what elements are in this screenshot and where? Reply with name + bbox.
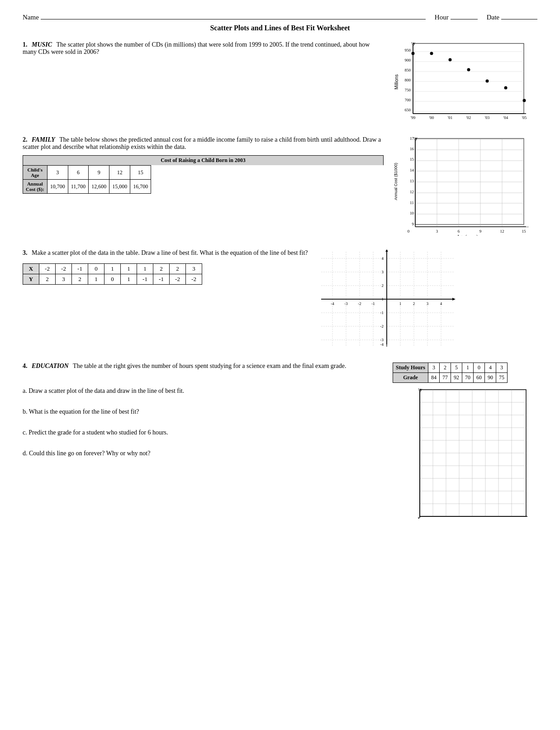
svg-text:'03: '03 bbox=[485, 115, 490, 120]
worksheet-title: Scatter Plots and Lines of Best Fit Work… bbox=[23, 24, 537, 32]
q4-sh-1: 3 bbox=[428, 363, 440, 373]
svg-text:↑y: ↑y bbox=[411, 41, 415, 46]
svg-text:9: 9 bbox=[412, 222, 414, 226]
q2-cost-4: 15,000 bbox=[109, 180, 130, 194]
svg-text:-4: -4 bbox=[380, 342, 384, 347]
q4-g-1: 84 bbox=[428, 373, 440, 383]
q3-y-6: 1 bbox=[121, 274, 137, 285]
q4-table-wrapper: Study Hours 3 2 5 1 0 4 3 Grade 84 77 92… bbox=[393, 363, 537, 383]
svg-point-29 bbox=[486, 80, 489, 83]
svg-point-28 bbox=[467, 68, 470, 72]
q3-x-9: 2 bbox=[170, 264, 186, 274]
q2-data-table: Child'sAge 3 6 9 12 15 AnnualCost ($): 1… bbox=[23, 165, 151, 194]
q4-grade-row: Grade 84 77 92 70 60 90 75 bbox=[393, 373, 508, 383]
svg-text:900: 900 bbox=[405, 58, 411, 62]
svg-text:700: 700 bbox=[405, 98, 411, 102]
svg-text:16: 16 bbox=[410, 147, 414, 151]
svg-text:'01: '01 bbox=[448, 115, 453, 120]
q4-sub-a-text: a. Draw a scatter plot of the data and d… bbox=[23, 387, 184, 394]
svg-text:13: 13 bbox=[410, 179, 414, 183]
date-underline bbox=[501, 19, 537, 19]
q4-sub-b: b. What is the equation for the line of … bbox=[23, 408, 402, 415]
q2-cost-3: 12,600 bbox=[89, 180, 109, 194]
q1-text: The scatter plot shows the number of CDs… bbox=[23, 41, 370, 55]
svg-text:15: 15 bbox=[522, 229, 527, 234]
question-3: 3. Make a scatter plot of the data in th… bbox=[23, 249, 537, 349]
svg-point-27 bbox=[449, 58, 452, 62]
q3-chart-container: -4 -3 -2 -1 1 2 3 4 4 3 2 1 -1 -2 -3 -4 bbox=[317, 249, 461, 349]
q4-main: a. Draw a scatter plot of the data and d… bbox=[23, 387, 537, 523]
q4-sub-c: c. Predict the grade for a student who s… bbox=[23, 429, 402, 436]
svg-text:Millions: Millions bbox=[394, 74, 399, 89]
svg-text:'05: '05 bbox=[522, 115, 527, 120]
q3-x-4: 0 bbox=[88, 264, 104, 274]
svg-text:4: 4 bbox=[382, 256, 384, 261]
q3-y-3: 2 bbox=[72, 274, 88, 285]
svg-text:800: 800 bbox=[405, 78, 411, 82]
svg-text:650: 650 bbox=[405, 108, 411, 112]
q3-x-5: 1 bbox=[104, 264, 121, 274]
q2-cost-row: AnnualCost ($): 10,700 11,700 12,600 15,… bbox=[23, 180, 151, 194]
svg-text:↑y: ↑y bbox=[418, 387, 422, 392]
q3-y-4: 1 bbox=[88, 274, 104, 285]
q2-text: The table below shows the predicted annu… bbox=[23, 136, 381, 150]
svg-text:-1: -1 bbox=[372, 301, 375, 306]
svg-text:-2: -2 bbox=[358, 301, 362, 306]
svg-text:3: 3 bbox=[382, 270, 384, 274]
svg-text:850: 850 bbox=[405, 68, 411, 72]
q3-x-6: 1 bbox=[121, 264, 137, 274]
q3-y-1: 2 bbox=[39, 274, 56, 285]
q4-header-row: Study Hours 3 2 5 1 0 4 3 bbox=[393, 363, 508, 373]
q4-sh-3: 5 bbox=[451, 363, 462, 373]
q3-y-2: 3 bbox=[56, 274, 72, 285]
q4-g-7: 75 bbox=[496, 373, 508, 383]
q2-table-title: Cost of Raising a Child Born in 2003 bbox=[23, 155, 384, 165]
svg-point-31 bbox=[523, 99, 526, 102]
header: Name Hour Date bbox=[23, 14, 537, 21]
q3-y-8: -1 bbox=[153, 274, 170, 285]
q4-chart: ↑y ↙ bbox=[411, 387, 528, 523]
svg-text:-1: -1 bbox=[380, 310, 384, 315]
question-4: 4. EDUCATION The table at the right give… bbox=[23, 363, 537, 523]
q1-chart: Millions 650 700 750 800 850 900 950 '99 bbox=[393, 41, 528, 123]
name-label: Name bbox=[23, 14, 39, 21]
q2-header-row: Child'sAge 3 6 9 12 15 bbox=[23, 166, 151, 180]
svg-text:'04: '04 bbox=[503, 115, 508, 120]
svg-text:15: 15 bbox=[410, 157, 414, 162]
q3-x-row: X -2 -2 -1 0 1 1 1 2 2 3 bbox=[23, 264, 202, 274]
q4-sub-d-text: d. Could this line go on forever? Why or… bbox=[23, 450, 150, 457]
q4-sub-c-text: c. Predict the grade for a student who s… bbox=[23, 429, 168, 436]
svg-text:-3: -3 bbox=[380, 338, 384, 342]
svg-text:'99: '99 bbox=[411, 115, 416, 120]
svg-text:Age (years): Age (years) bbox=[457, 234, 478, 236]
q4-keyword: EDUCATION bbox=[32, 363, 69, 369]
q3-x-3: -1 bbox=[72, 264, 88, 274]
q3-x-10: 3 bbox=[186, 264, 202, 274]
q1-number: 1. bbox=[23, 41, 28, 48]
q3-table-wrapper: X -2 -2 -1 0 1 1 1 2 2 3 Y 2 bbox=[23, 263, 308, 285]
q2-th-age: Child'sAge bbox=[23, 166, 47, 180]
date-label: Date bbox=[487, 14, 499, 21]
q3-x-8: 2 bbox=[153, 264, 170, 274]
svg-text:950: 950 bbox=[405, 48, 411, 52]
q3-left: 3. Make a scatter plot of the data in th… bbox=[23, 249, 317, 285]
svg-rect-33 bbox=[415, 138, 524, 224]
svg-text:14: 14 bbox=[410, 168, 414, 172]
q3-y-5: 0 bbox=[104, 274, 121, 285]
svg-text:2: 2 bbox=[382, 283, 384, 288]
svg-text:3: 3 bbox=[436, 229, 438, 234]
svg-text:-3: -3 bbox=[345, 301, 348, 306]
q2-cost-1: 10,700 bbox=[47, 180, 68, 194]
q4-sh-5: 0 bbox=[474, 363, 485, 373]
svg-text:2: 2 bbox=[413, 301, 415, 306]
q4-data-table: Study Hours 3 2 5 1 0 4 3 Grade 84 77 92… bbox=[393, 363, 508, 383]
svg-text:9: 9 bbox=[479, 229, 482, 234]
q3-x-1: -2 bbox=[39, 264, 56, 274]
q2-td-12: 12 bbox=[109, 166, 130, 180]
q4-chart-container: ↑y ↙ bbox=[411, 387, 537, 523]
q3-y-7: -1 bbox=[137, 274, 153, 285]
q2-left: 2. FAMILY The table below shows the pred… bbox=[23, 136, 393, 194]
q2-keyword: FAMILY bbox=[32, 136, 55, 143]
hour-label: Hour bbox=[435, 14, 449, 21]
q4-th-study: Study Hours bbox=[393, 363, 428, 373]
